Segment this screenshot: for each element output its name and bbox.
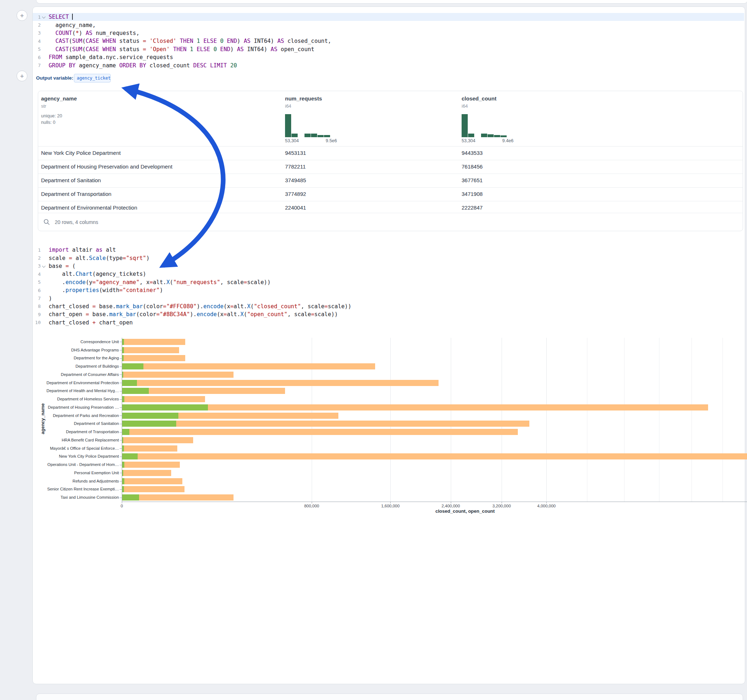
token: = [163, 303, 166, 310]
table-cell: Department of Transportation [41, 188, 275, 201]
token: scale)) [328, 303, 351, 310]
token: ELSE [197, 46, 210, 53]
token: AS [271, 46, 277, 53]
hist-bar [292, 134, 298, 137]
line-number: 1 [33, 247, 41, 253]
token: encode [66, 279, 86, 285]
output-variable-chip[interactable]: agency_tickets [74, 74, 110, 83]
table-cell: 7782211 [285, 160, 451, 173]
line-number: 6 [33, 55, 41, 60]
table-footer: 20 rows, 4 columns [38, 213, 742, 231]
token: encode [197, 311, 217, 318]
code-line[interactable]: 5 CAST(SUM(CASE WHEN status = 'Open' THE… [33, 45, 744, 53]
token: mark_bar [116, 303, 143, 310]
token: = [243, 279, 247, 285]
table-row[interactable]: Department of Housing Preservation and D… [38, 160, 742, 173]
token: Scale [89, 255, 106, 261]
token [187, 46, 190, 53]
code-line[interactable]: 3 COUNT(*) AS num_requests, [33, 29, 744, 37]
code-line[interactable]: 3base = ( [33, 262, 744, 270]
token [99, 38, 102, 44]
token: ( [69, 46, 72, 53]
search-icon[interactable] [43, 219, 50, 226]
result-table-card: agency_namestrunique: 20nulls: 0num_requ… [38, 91, 743, 231]
code-line[interactable]: 2scale = alt.Scale(type="sqrt") [33, 254, 744, 262]
code-line[interactable]: 1SELECT [33, 13, 744, 21]
line-number: 2 [33, 22, 41, 28]
code-line[interactable]: 7) [33, 294, 744, 302]
token: ( [69, 38, 72, 44]
hist-bar [488, 134, 494, 137]
token: "open_count" [247, 311, 287, 318]
code-line[interactable]: 6 .properties(width="container") [33, 286, 744, 294]
token [200, 38, 203, 44]
token: = [69, 255, 72, 261]
token: SUM [72, 38, 82, 44]
token: THEN [173, 46, 186, 53]
token: . [48, 287, 66, 293]
code-text: SELECT [48, 14, 73, 20]
code-line[interactable]: 4 alt.Chart(agency_tickets) [33, 270, 744, 278]
token: import [48, 247, 69, 253]
code-text: .properties(width="container") [48, 287, 163, 293]
token: = [86, 311, 89, 318]
token: status [116, 38, 143, 44]
code-line[interactable]: 2 agency_name, [33, 21, 744, 29]
token: ( [251, 303, 254, 310]
token: ORDER BY [119, 62, 146, 69]
token: "sqrt" [126, 255, 146, 261]
token: 'Open' [150, 46, 170, 53]
code-line[interactable]: 8chart_closed = base.mark_bar(color="#FF… [33, 302, 744, 311]
token [48, 30, 56, 36]
token: ( [82, 46, 85, 53]
token: scale)) [247, 279, 271, 285]
token [207, 62, 210, 69]
table-row[interactable]: Department of Sanitation37494853677651 [38, 173, 742, 187]
token: ( [69, 263, 76, 269]
code-line[interactable]: 10chart_closed + chart_open [33, 319, 744, 327]
token: 1 [190, 46, 193, 53]
fold-caret-icon[interactable] [42, 15, 45, 19]
python-cell[interactable]: 1import altair as alt2scale = alt.Scale(… [33, 246, 744, 327]
token: "closed_count" [254, 303, 301, 310]
code-line[interactable]: 7GROUP BY agency_name ORDER BY closed_co… [33, 61, 744, 69]
code-text: .encode(y="agency_name", x=alt.X("num_re… [48, 279, 271, 285]
token: = [324, 303, 328, 310]
token: = [230, 303, 233, 310]
sql-cell[interactable]: 1SELECT 2 agency_name,3 COUNT(*) AS num_… [33, 13, 744, 69]
histogram-range: 53,3049.4e6 [461, 138, 514, 143]
table-cell: 2222847 [461, 201, 649, 214]
line-number: 7 [33, 296, 41, 301]
token: = [92, 279, 95, 285]
table-cell: 9453131 [285, 146, 451, 160]
token: scale [48, 255, 69, 261]
token: alt. [153, 279, 166, 285]
fold-caret-icon[interactable] [42, 264, 45, 268]
table-cell: New York City Police Department [41, 146, 275, 160]
token: CASE [86, 46, 99, 53]
column-meta: unique: 20 [41, 113, 62, 118]
token: chart_open [96, 319, 133, 326]
line-number: 5 [33, 279, 41, 285]
code-line[interactable]: 4 CAST(SUM(CASE WHEN status = 'Closed' T… [33, 37, 744, 45]
code-line[interactable]: 9chart_open = base.mark_bar(color="#8BC3… [33, 311, 744, 318]
code-line[interactable]: 1import altair as alt [33, 246, 744, 254]
column-type: str [41, 103, 46, 109]
code-line[interactable]: 6FROM sample_data.nyc.service_requests [33, 53, 744, 61]
table-row[interactable]: New York City Police Department945313194… [38, 146, 742, 160]
token: alt. [233, 303, 247, 310]
hist-min-label: 53,304 [285, 138, 299, 143]
table-cell: 3471908 [461, 188, 649, 201]
token: WHEN [102, 38, 116, 44]
hist-bar [324, 135, 330, 137]
code-line[interactable]: 5 .encode(y="agency_name", x=alt.X("num_… [33, 278, 744, 286]
table-row[interactable]: Department of Transportation377489234719… [38, 187, 742, 201]
table-cell: 3677651 [461, 174, 649, 187]
code-text: ) [48, 295, 52, 302]
token: "agency_name" [96, 279, 139, 285]
token: "#8BC34A" [160, 311, 190, 318]
add-cell-button-middle[interactable]: + [17, 71, 27, 81]
add-cell-button-top[interactable]: + [17, 10, 27, 21]
token [170, 46, 173, 53]
token: num_requests, [92, 30, 139, 36]
